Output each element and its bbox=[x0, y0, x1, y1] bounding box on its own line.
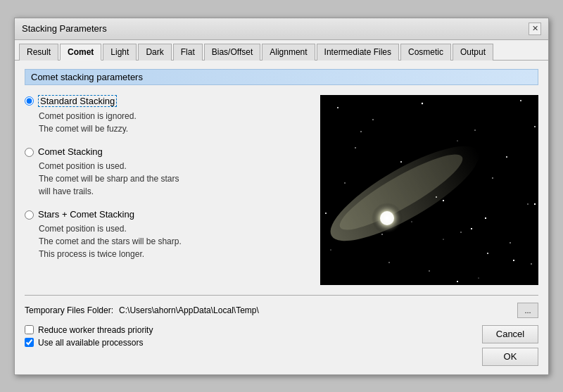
window-title: Stacking Parameters bbox=[22, 23, 107, 34]
comet-image-panel bbox=[320, 95, 538, 285]
all-processors-item: Use all available processors bbox=[25, 338, 153, 348]
comet-stacking-label[interactable]: Comet Stacking bbox=[38, 146, 103, 157]
tab-light[interactable]: Light bbox=[103, 44, 137, 61]
stars-comet-stacking-radio[interactable] bbox=[25, 210, 34, 220]
svg-point-0 bbox=[337, 107, 339, 108]
comet-stacking-radio[interactable] bbox=[25, 148, 34, 157]
reduce-threads-checkbox[interactable] bbox=[25, 325, 34, 334]
content-area: Comet stacking parameters Standard Stack… bbox=[15, 61, 548, 374]
svg-point-2 bbox=[422, 102, 423, 103]
reduce-threads-item: Reduce worker threads priority bbox=[25, 325, 153, 335]
comet-stacking-desc: Comet position is used. The comet will b… bbox=[25, 160, 309, 198]
options-panel: Standard Stacking Comet position is igno… bbox=[25, 95, 309, 285]
svg-point-7 bbox=[457, 140, 457, 141]
svg-point-18 bbox=[534, 126, 536, 127]
close-button[interactable]: ✕ bbox=[529, 23, 541, 35]
svg-point-5 bbox=[355, 147, 356, 148]
svg-point-22 bbox=[510, 242, 511, 244]
tab-bias[interactable]: Bias/Offset bbox=[204, 44, 260, 61]
svg-point-19 bbox=[360, 131, 362, 132]
svg-point-16 bbox=[487, 253, 488, 254]
reduce-threads-label[interactable]: Reduce worker threads priority bbox=[38, 325, 153, 335]
stars-comet-stacking-desc: Comet position is used. The comet and th… bbox=[25, 222, 309, 260]
main-area: Standard Stacking Comet position is igno… bbox=[25, 95, 538, 285]
svg-point-30 bbox=[380, 211, 394, 225]
svg-point-11 bbox=[492, 177, 493, 179]
stars-comet-stacking-radio-item[interactable]: Stars + Comet Stacking bbox=[25, 209, 309, 220]
comet-image bbox=[320, 95, 538, 285]
svg-point-13 bbox=[325, 213, 327, 214]
temp-folder-row: Temporary Files Folder: C:\Users\ahorn\A… bbox=[25, 303, 538, 318]
cancel-button[interactable]: Cancel bbox=[482, 325, 538, 343]
action-buttons: Cancel OK bbox=[482, 325, 538, 366]
svg-point-6 bbox=[400, 161, 402, 163]
all-processors-checkbox[interactable] bbox=[25, 338, 34, 347]
svg-point-26 bbox=[531, 263, 532, 265]
svg-point-8 bbox=[506, 156, 507, 158]
comet-stacking-radio-item[interactable]: Comet Stacking bbox=[25, 146, 309, 157]
tab-flat[interactable]: Flat bbox=[173, 44, 203, 61]
tab-dark[interactable]: Dark bbox=[138, 44, 171, 61]
footer: Temporary Files Folder: C:\Users\ahorn\A… bbox=[25, 295, 538, 366]
svg-point-17 bbox=[388, 262, 389, 263]
comet-stacking-group: Comet Stacking Comet position is used. T… bbox=[25, 146, 309, 198]
standard-stacking-group: Standard Stacking Comet position is igno… bbox=[25, 95, 309, 135]
section-header: Comet stacking parameters bbox=[25, 69, 538, 85]
tab-comet[interactable]: Comet bbox=[60, 44, 101, 61]
svg-point-4 bbox=[520, 100, 521, 101]
standard-stacking-label[interactable]: Standard Stacking bbox=[38, 95, 117, 107]
svg-point-15 bbox=[443, 239, 443, 239]
svg-point-12 bbox=[527, 203, 528, 204]
svg-point-9 bbox=[344, 182, 345, 183]
svg-point-25 bbox=[479, 277, 479, 278]
tab-bar: Result Comet Light Dark Flat Bias/Offset… bbox=[15, 40, 548, 61]
svg-point-20 bbox=[411, 221, 412, 222]
tab-alignment[interactable]: Alignment bbox=[262, 44, 315, 61]
browse-button[interactable]: ... bbox=[517, 303, 538, 318]
tab-intermediate[interactable]: Intermediate Files bbox=[317, 44, 399, 61]
stars-svg bbox=[320, 95, 538, 285]
svg-point-14 bbox=[381, 234, 383, 235]
temp-folder-path: C:\Users\ahorn\AppData\Local\Temp\ bbox=[119, 305, 512, 315]
checkboxes-panel: Reduce worker threads priority Use all a… bbox=[25, 325, 153, 348]
svg-point-3 bbox=[474, 129, 475, 130]
standard-stacking-desc: Comet position is ignored. The comet wil… bbox=[25, 110, 309, 135]
stars-comet-stacking-group: Stars + Comet Stacking Comet position is… bbox=[25, 209, 309, 260]
title-bar: Stacking Parameters ✕ bbox=[15, 18, 548, 40]
ok-button[interactable]: OK bbox=[482, 348, 538, 366]
svg-point-23 bbox=[330, 249, 331, 250]
temp-folder-label: Temporary Files Folder: bbox=[25, 305, 113, 315]
standard-stacking-radio[interactable] bbox=[25, 96, 34, 106]
svg-point-24 bbox=[429, 270, 429, 271]
tab-output[interactable]: Output bbox=[453, 44, 493, 61]
stacking-parameters-window: Stacking Parameters ✕ Result Comet Light… bbox=[14, 18, 549, 375]
bottom-row: Reduce worker threads priority Use all a… bbox=[25, 325, 538, 366]
tab-cosmetic[interactable]: Cosmetic bbox=[400, 44, 451, 61]
all-processors-label[interactable]: Use all available processors bbox=[38, 338, 143, 348]
svg-point-1 bbox=[372, 119, 374, 120]
standard-stacking-radio-item[interactable]: Standard Stacking bbox=[25, 95, 309, 107]
tab-result[interactable]: Result bbox=[19, 44, 58, 61]
stars-comet-stacking-label[interactable]: Stars + Comet Stacking bbox=[38, 209, 134, 220]
svg-point-21 bbox=[460, 232, 461, 232]
